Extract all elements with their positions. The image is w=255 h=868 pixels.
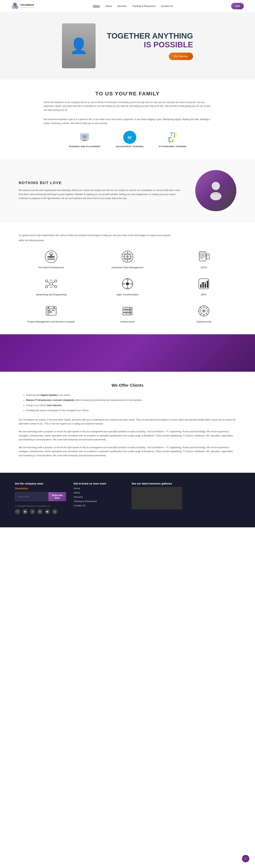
svg-rect-57 — [200, 285, 202, 288]
family-section: TO US YOU'RE FAMILY You're the backbone … — [0, 80, 255, 159]
service-agile: Agile Transformation — [95, 276, 160, 296]
subscribe-button[interactable]: Subscribe Now — [48, 492, 66, 501]
nav-about[interactable]: About — [105, 5, 112, 7]
nav-home[interactable]: Home — [93, 4, 100, 8]
agile-label: Agile Transformation — [116, 293, 139, 296]
service-training: TRAINING AND PLACEMENT — [69, 131, 101, 148]
footer-about-col: Get to know us even more Home About Serv… — [74, 482, 124, 514]
svg-rect-6 — [81, 140, 87, 141]
infra-icon — [120, 303, 135, 318]
social-linkedin[interactable]: in — [37, 509, 43, 514]
salesforce-label: SALESFORCE TRAINING — [116, 145, 144, 148]
love-text-area: NOTHING BUT LOVE We obsess over the work… — [19, 181, 184, 200]
svg-point-94 — [203, 310, 205, 312]
love-title: NOTHING BUT LOVE — [19, 181, 184, 185]
service-pm: Project Management and Business Analysis — [19, 303, 84, 323]
hero-section: 👤 TOGETHER ANYTHING IS POSSIBLE Our Serv… — [0, 12, 255, 80]
data-icon — [120, 249, 135, 264]
footer-copyright: © Copyright Technman Consulting LLC — [15, 505, 66, 507]
service-python: PYTHON/AWS TRAINING — [159, 131, 186, 148]
agile-icon — [120, 276, 135, 291]
service-data: Enterprise Data Management — [95, 249, 160, 269]
svg-point-39 — [55, 280, 57, 282]
svg-text:SF: SF — [128, 136, 132, 140]
call-button[interactable]: Call — [231, 3, 244, 9]
service-fullstack: 👤 Full Stack Development — [19, 249, 84, 269]
network-label: Networking and Engineering — [36, 293, 67, 296]
svg-line-45 — [52, 285, 55, 286]
svg-line-44 — [48, 285, 50, 286]
svg-point-75 — [129, 308, 130, 309]
svg-point-41 — [55, 285, 57, 288]
bi-label: BI/AI — [201, 293, 207, 296]
offer-section: We Offer Clients Delivering the Highest … — [0, 372, 255, 473]
family-title: TO US YOU'RE FAMILY — [19, 91, 236, 97]
offer-body2: We use technology with a purpose: to rec… — [19, 430, 236, 442]
svg-point-2 — [14, 5, 18, 9]
svg-rect-18 — [47, 259, 55, 260]
social-facebook[interactable]: f — [15, 509, 20, 514]
hero-content: TOGETHER ANYTHING IS POSSIBLE Our Servic… — [107, 32, 193, 60]
logo-name: TECHNMAN — [20, 4, 35, 6]
svg-point-11 — [173, 139, 174, 140]
svg-rect-60 — [207, 281, 208, 288]
svg-rect-68 — [52, 310, 55, 311]
service-infra: Infrastructure — [95, 303, 160, 323]
infra-label: Infrastructure — [120, 320, 135, 323]
nav-contact[interactable]: Contact Us — [161, 5, 173, 7]
python-icon — [166, 131, 179, 144]
offer-bullet-2: Reduce IT Infrastructure cost and comple… — [26, 399, 236, 402]
services-intro: our global service right relationships w… — [19, 234, 236, 237]
logo-tagline: CONSULTING — [20, 6, 35, 8]
ux-icon: UX — [196, 249, 211, 264]
logo-icon — [11, 2, 19, 10]
salesforce-icon: SF — [123, 131, 136, 144]
svg-point-74 — [130, 308, 131, 309]
footer-email-input[interactable] — [15, 492, 48, 501]
svg-rect-69 — [47, 311, 52, 313]
footer-nav-about[interactable]: About — [74, 491, 124, 494]
svg-point-10 — [171, 134, 172, 135]
bi-icon — [196, 276, 211, 291]
services-areas-text: within the following areas — [19, 239, 236, 242]
svg-rect-70 — [47, 313, 49, 314]
love-section: NOTHING BUT LOVE We obsess over the work… — [0, 159, 255, 222]
footer-empty-col — [189, 482, 240, 514]
family-paragraph2: We know how important a job is in a pers… — [43, 118, 212, 125]
social-youtube[interactable]: ▶ — [45, 509, 50, 514]
svg-point-77 — [129, 311, 130, 312]
main-nav: Home About Services Training & Placement… — [93, 4, 173, 8]
cyber-icon — [196, 303, 211, 318]
footer-nav-contact[interactable]: Contact Us — [74, 504, 124, 507]
fullstack-label: Full Stack Development — [38, 266, 64, 269]
svg-point-78 — [130, 313, 131, 314]
hero-title-line1: TOGETHER ANYTHING — [107, 32, 193, 40]
svg-point-79 — [129, 313, 130, 314]
svg-point-13 — [210, 192, 221, 200]
hero-title-line2: IS POSSIBLE — [107, 40, 193, 49]
services-section: our global service right relationships w… — [0, 222, 255, 334]
footer-nav-training[interactable]: Training & Placement — [74, 500, 124, 503]
services-icons-row: TRAINING AND PLACEMENT SF SALESFORCE TRA… — [19, 131, 236, 148]
nav-services[interactable]: Services — [117, 5, 126, 7]
social-twitter[interactable]: t — [30, 509, 35, 514]
footer-social: f ◉ t in ▶ p — [15, 509, 66, 514]
fullstack-icon: 👤 — [44, 249, 59, 264]
social-pinterest[interactable]: p — [52, 509, 58, 514]
svg-point-48 — [127, 279, 128, 280]
footer-input-row: Subscribe Now — [15, 492, 66, 501]
nav-training[interactable]: Training & Placement — [132, 5, 155, 7]
pm-icon — [44, 303, 59, 318]
social-instagram[interactable]: ◉ — [23, 509, 28, 514]
svg-point-50 — [122, 283, 124, 284]
data-label: Enterprise Data Management — [112, 266, 143, 269]
training-icon — [78, 131, 91, 144]
ux-label: UX/UI — [201, 266, 207, 269]
service-network: Networking and Engineering — [19, 276, 84, 296]
footer-nav-services[interactable]: Services — [74, 496, 124, 498]
footer-nav-home[interactable]: Home — [74, 487, 124, 490]
our-service-button[interactable]: Our Service — [169, 53, 193, 60]
footer-gallery-col-title: See our latest business galleries — [132, 482, 182, 485]
family-paragraph1: You're the backbone of our company and t… — [43, 100, 212, 112]
svg-rect-59 — [205, 284, 206, 288]
